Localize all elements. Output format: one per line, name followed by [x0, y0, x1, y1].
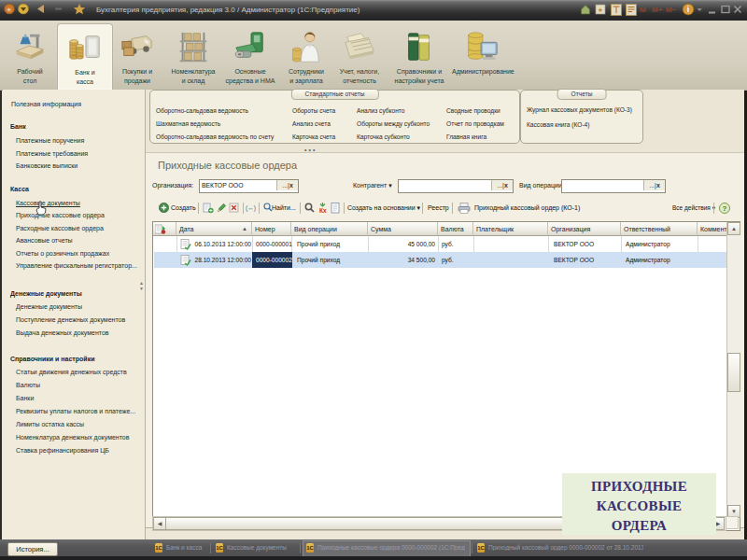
svg-text:i: i [687, 5, 689, 14]
svg-text:Кх: Кх [319, 207, 327, 214]
svg-text:★: ★ [598, 7, 603, 13]
svg-text:M−: M− [666, 6, 677, 14]
svg-text:?: ? [723, 204, 727, 213]
svg-text:✳: ✳ [7, 7, 12, 13]
svg-text:M+: M+ [652, 6, 663, 14]
svg-text:M: M [640, 6, 646, 14]
